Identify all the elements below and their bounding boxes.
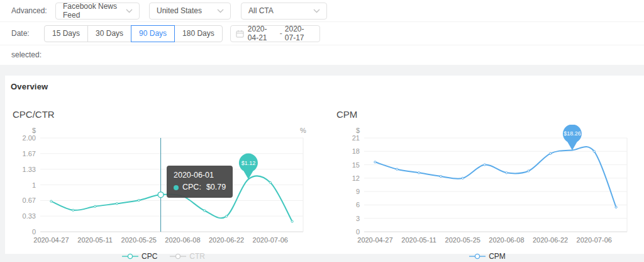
svg-text:2020-06-08: 2020-06-08 bbox=[489, 236, 524, 244]
cpc-ctr-legend: CPC CTR bbox=[13, 252, 314, 261]
dashboard-page: Advanced: Facebook News Feed United Stat… bbox=[0, 0, 644, 262]
placement-select-value: Facebook News Feed bbox=[63, 2, 122, 20]
legend-item-ctr[interactable]: CTR bbox=[170, 252, 205, 261]
svg-text:2020-06-08: 2020-06-08 bbox=[165, 236, 200, 244]
chevron-down-icon bbox=[313, 9, 320, 13]
svg-text:2020-07-06: 2020-07-06 bbox=[253, 236, 288, 244]
legend-label: CPC bbox=[142, 252, 157, 261]
country-select-value: United States bbox=[157, 6, 202, 15]
legend-item-cpc[interactable]: CPC bbox=[122, 252, 157, 261]
cpm-chart: CPM 211815129630$2020-04-272020-05-11202… bbox=[336, 109, 638, 261]
date-range-start: 2020-04-21 bbox=[248, 25, 277, 42]
advanced-label: Advanced: bbox=[0, 6, 55, 15]
legend-item-cpm[interactable]: CPM bbox=[469, 252, 506, 261]
svg-text:$: $ bbox=[32, 127, 36, 134]
svg-text:2020-07-06: 2020-07-06 bbox=[577, 236, 612, 244]
cpc-ctr-chart-canvas[interactable]: 2.001.671.3310.670.330$%2020-04-272020-0… bbox=[13, 125, 314, 248]
svg-text:2020-05-11: 2020-05-11 bbox=[77, 236, 112, 244]
svg-text:9: 9 bbox=[356, 188, 360, 195]
overview-title: Overview bbox=[11, 82, 644, 91]
overview-panel: Overview CPC/CTR 2.001.671.3310.670.330$… bbox=[5, 76, 644, 254]
svg-text:2020-06-22: 2020-06-22 bbox=[209, 236, 244, 244]
filter-panel: Advanced: Facebook News Feed United Stat… bbox=[0, 0, 644, 65]
cpm-chart-title: CPM bbox=[336, 109, 638, 125]
svg-text:2020-06-22: 2020-06-22 bbox=[533, 236, 568, 244]
svg-text:2020-05-11: 2020-05-11 bbox=[401, 236, 436, 244]
svg-text:%: % bbox=[300, 127, 306, 134]
legend-label: CPM bbox=[489, 252, 506, 261]
svg-text:1.67: 1.67 bbox=[23, 150, 36, 157]
svg-text:6: 6 bbox=[356, 201, 360, 208]
line-series-icon bbox=[469, 253, 486, 259]
svg-text:0: 0 bbox=[356, 228, 360, 236]
svg-text:2020-05-25: 2020-05-25 bbox=[445, 236, 480, 244]
cpm-line-chart[interactable]: 211815129630$2020-04-272020-05-112020-05… bbox=[336, 125, 638, 248]
range-button-90-days[interactable]: 90 Days bbox=[131, 25, 175, 42]
chevron-down-icon bbox=[217, 9, 224, 13]
svg-text:18: 18 bbox=[352, 147, 360, 155]
placement-select[interactable]: Facebook News Feed bbox=[55, 3, 140, 20]
svg-text:12: 12 bbox=[352, 174, 360, 182]
calendar-icon bbox=[236, 30, 244, 38]
cpm-chart-canvas[interactable]: 211815129630$2020-04-272020-05-112020-05… bbox=[336, 125, 638, 248]
svg-text:0.33: 0.33 bbox=[23, 212, 36, 220]
svg-text:2.00: 2.00 bbox=[23, 134, 36, 142]
svg-text:1: 1 bbox=[32, 181, 36, 189]
range-button-180-days[interactable]: 180 Days bbox=[174, 25, 223, 42]
date-filter-row: Date: 15 Days 30 Days 90 Days 180 Days 2… bbox=[0, 22, 644, 45]
advanced-filter-row: Advanced: Facebook News Feed United Stat… bbox=[0, 0, 644, 22]
selected-label: selected: bbox=[0, 50, 44, 59]
cpm-legend: CPM bbox=[336, 252, 638, 261]
date-range-separator: - bbox=[280, 29, 282, 38]
svg-text:$: $ bbox=[356, 127, 360, 134]
date-range-picker[interactable]: 2020-04-21 - 2020-07-17 bbox=[230, 25, 320, 42]
range-button-15-days[interactable]: 15 Days bbox=[44, 25, 88, 42]
cpc-ctr-chart-title: CPC/CTR bbox=[13, 109, 314, 125]
svg-text:1.33: 1.33 bbox=[23, 166, 36, 173]
svg-text:15: 15 bbox=[352, 161, 360, 169]
range-button-30-days[interactable]: 30 Days bbox=[87, 25, 131, 42]
svg-text:3: 3 bbox=[356, 215, 360, 222]
legend-label: CTR bbox=[189, 252, 205, 261]
line-series-icon bbox=[170, 253, 186, 259]
cpc-ctr-chart: CPC/CTR 2.001.671.3310.670.330$%2020-04-… bbox=[13, 109, 314, 261]
date-range-end: 2020-07-17 bbox=[285, 25, 314, 42]
svg-text:0: 0 bbox=[32, 228, 36, 236]
country-select[interactable]: United States bbox=[149, 3, 231, 20]
date-range-button-group: 15 Days 30 Days 90 Days 180 Days bbox=[44, 25, 223, 42]
svg-text:21: 21 bbox=[352, 134, 360, 142]
svg-text:2020-04-27: 2020-04-27 bbox=[357, 236, 392, 244]
cpc-ctr-line-chart[interactable]: 2.001.671.3310.670.330$%2020-04-272020-0… bbox=[13, 125, 314, 248]
date-label: Date: bbox=[0, 29, 44, 38]
svg-text:2020-04-27: 2020-04-27 bbox=[33, 236, 69, 244]
svg-text:$1.12: $1.12 bbox=[242, 160, 256, 166]
svg-text:$18.26: $18.26 bbox=[564, 130, 581, 137]
cta-select[interactable]: All CTA bbox=[241, 3, 327, 20]
cta-select-value: All CTA bbox=[248, 6, 274, 15]
selected-row: selected: bbox=[0, 45, 644, 64]
line-series-icon bbox=[122, 253, 138, 259]
svg-text:2020-05-25: 2020-05-25 bbox=[121, 236, 157, 244]
svg-text:0.67: 0.67 bbox=[23, 196, 36, 204]
chevron-down-icon bbox=[126, 9, 133, 13]
